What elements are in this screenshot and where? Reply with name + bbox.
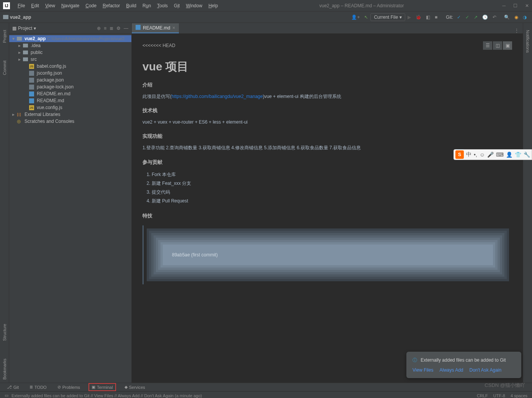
menu-navigate[interactable]: Navigate — [58, 3, 82, 8]
notification-action-view[interactable]: View Files — [413, 367, 433, 373]
maximize-icon[interactable]: ☐ — [513, 3, 517, 8]
git-rollback-icon[interactable]: ↶ — [490, 14, 499, 21]
tree-file[interactable]: README.md — [9, 97, 131, 104]
tree-root[interactable]: ▾ vue2_app C:\Users\Administrator\IdeaPr… — [9, 35, 131, 42]
tool-services[interactable]: ◆Services — [122, 384, 147, 390]
notification-popup: ⓘ Externally added files can be added to… — [406, 352, 521, 378]
tree-file[interactable]: package.json — [9, 77, 131, 83]
tab-options-icon[interactable]: ⋮ — [511, 28, 523, 33]
chevron-down-icon[interactable]: ▾ — [34, 26, 36, 31]
minimize-icon[interactable]: ─ — [502, 3, 506, 8]
rail-structure[interactable]: Structure — [2, 321, 7, 344]
tab-close-icon[interactable]: × — [172, 25, 175, 31]
tree-external-libs[interactable]: ▸⫿⫿External Libraries — [9, 111, 131, 118]
git-commit-icon[interactable]: ✓ — [463, 14, 471, 21]
view-split-icon[interactable]: ◫ — [493, 41, 502, 50]
search-icon[interactable]: 🔍 — [502, 14, 512, 21]
ide-settings-icon[interactable]: ◉ — [512, 14, 521, 21]
tree-scratches[interactable]: ◎Scratches and Consoles — [9, 118, 131, 125]
editor-area: README.md × ⋮ ☰ ◫ ▣ <<<<<<< HEAD vue 项目 … — [132, 23, 523, 383]
menu-build[interactable]: Build — [123, 3, 139, 8]
ime-mic-icon[interactable]: 🎤 — [487, 152, 494, 158]
menu-refactor[interactable]: Refactor — [100, 3, 123, 8]
menu-help[interactable]: Help — [205, 3, 221, 8]
status-line-ending[interactable]: CRLF — [477, 393, 488, 398]
commit-text: 89ab5ae (first commit) — [163, 245, 493, 265]
git-update-icon[interactable]: ✓ — [455, 14, 463, 21]
tree-file[interactable]: jsconfig.json — [9, 70, 131, 77]
menu-edit[interactable]: Edit — [28, 3, 42, 8]
tool-terminal[interactable]: ▣Terminal — [88, 383, 116, 391]
back-icon[interactable]: ↖ — [362, 14, 370, 21]
close-icon[interactable]: ✕ — [525, 3, 529, 8]
breadcrumb[interactable]: vue2_app — [3, 15, 31, 20]
ime-lang[interactable]: 中 — [466, 151, 471, 158]
ime-keyboard-icon[interactable]: ⌨ — [496, 152, 504, 158]
rail-project[interactable]: Project — [2, 27, 7, 46]
view-preview-icon[interactable]: ▣ — [503, 41, 512, 50]
add-user-icon[interactable]: 👤+ — [349, 14, 362, 21]
notification-action-dont-ask[interactable]: Don't Ask Again — [470, 367, 502, 373]
stop-icon[interactable]: ■ — [432, 14, 440, 21]
rail-commit[interactable]: Commit — [2, 57, 7, 78]
ime-emoji-icon[interactable]: ☺ — [480, 152, 485, 158]
ime-tool-icon[interactable]: 🔧 — [524, 152, 530, 158]
tree-folder[interactable]: ▸src — [9, 56, 131, 63]
tree-folder[interactable]: ▸public — [9, 49, 131, 56]
editor-content[interactable]: ☰ ◫ ▣ <<<<<<< HEAD vue 项目 介绍 此项目是仿写(http… — [132, 34, 523, 383]
hide-icon[interactable]: — — [124, 26, 128, 31]
tree-folder[interactable]: ▸.idea — [9, 42, 131, 49]
debug-icon[interactable]: 🐞 — [413, 14, 424, 21]
tool-problems[interactable]: ⊘Problems — [55, 384, 82, 390]
collapse-icon[interactable]: ≣ — [110, 26, 113, 31]
git-history-icon[interactable]: 🕓 — [480, 14, 490, 21]
contrib-list: Fork 本仓库 新建 Feat_xxx 分支 提交代码 新建 Pull Req… — [152, 170, 512, 206]
status-bar: ▭ Externally added files can be added to… — [0, 391, 532, 398]
list-item: 新建 Pull Request — [152, 197, 512, 206]
rail-notifications[interactable]: Notifications — [525, 27, 530, 56]
project-panel: ▦ Project ▾ ⊕ ≡ ≣ ⚙ — ▾ vue2_app C:\User… — [9, 23, 132, 383]
tree-file[interactable]: JSbabel.config.js — [9, 63, 131, 70]
view-editor-icon[interactable]: ☰ — [483, 41, 492, 50]
menu-window[interactable]: Window — [183, 3, 205, 8]
expand-icon[interactable]: ≡ — [104, 26, 106, 31]
menu-code[interactable]: Code — [82, 3, 100, 8]
tool-git[interactable]: ⎇Git — [5, 384, 21, 390]
run-icon[interactable]: ▶ — [405, 14, 413, 21]
coverage-icon[interactable]: ◧ — [424, 14, 432, 21]
run-config-selector[interactable]: Current File ▾ — [370, 13, 405, 21]
tree-file[interactable]: JSvue.config.js — [9, 104, 131, 111]
gear-icon[interactable]: ⚙ — [116, 26, 121, 31]
locate-icon[interactable]: ⊕ — [97, 26, 101, 31]
project-panel-title: Project — [18, 26, 32, 31]
ime-logo-icon[interactable]: S — [455, 150, 464, 159]
menu-tools[interactable]: Tools — [154, 3, 171, 8]
git-push-icon[interactable]: ↗ — [471, 14, 480, 21]
intro-link[interactable]: https://github.com/bailicangdu/vue2_mana… — [172, 94, 263, 99]
ide-updates-icon[interactable]: ◑ — [521, 14, 529, 21]
editor-tab[interactable]: README.md × — [132, 23, 179, 33]
list-item: Fork 本仓库 — [152, 170, 512, 179]
markdown-icon — [136, 25, 141, 30]
git-label: Git: — [446, 15, 453, 20]
menu-git[interactable]: Git — [171, 3, 183, 8]
menu-file[interactable]: File — [15, 3, 28, 8]
ime-punct[interactable]: •, — [474, 152, 477, 158]
editor-tabs: README.md × ⋮ — [132, 23, 523, 34]
project-tree: ▾ vue2_app C:\Users\Administrator\IdeaPr… — [9, 34, 131, 126]
tree-file[interactable]: package-lock.json — [9, 83, 131, 90]
menu-run[interactable]: Run — [139, 3, 154, 8]
ime-user-icon[interactable]: 👤 — [506, 152, 512, 158]
menu-view[interactable]: View — [42, 3, 58, 8]
status-icon[interactable]: ▭ — [5, 393, 8, 398]
folder-icon — [3, 15, 8, 19]
tool-todo[interactable]: ≣TODO — [27, 384, 49, 390]
ime-skin-icon[interactable]: 👕 — [515, 152, 521, 158]
status-message: Externally added files can be added to G… — [11, 393, 202, 398]
notification-action-always[interactable]: Always Add — [439, 367, 463, 373]
chevron-down-icon: ▾ — [399, 15, 402, 20]
status-indent[interactable]: 4 spaces — [511, 393, 527, 398]
status-encoding[interactable]: UTF-8 — [493, 393, 505, 398]
rail-bookmarks[interactable]: Bookmarks — [2, 356, 7, 383]
tree-file[interactable]: README.en.md — [9, 90, 131, 97]
